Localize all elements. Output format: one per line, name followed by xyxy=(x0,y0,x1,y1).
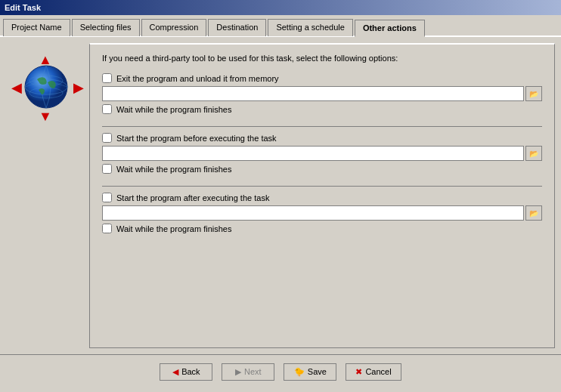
divider-1 xyxy=(102,126,542,127)
checkbox-wait-1[interactable] xyxy=(102,104,112,114)
title-bar: Edit Task xyxy=(0,0,561,15)
tab-destination[interactable]: Destination xyxy=(208,19,266,36)
section-3: Start the program after executing the ta… xyxy=(102,193,542,233)
arrow-left-icon: ◀ xyxy=(11,79,22,96)
checkbox-row-wait-1: Wait while the program finishes xyxy=(102,104,542,114)
svg-point-0 xyxy=(25,66,67,108)
tabs-row: Project Name Selecting files Compression… xyxy=(0,15,561,37)
cancel-icon: ✖ xyxy=(355,367,362,377)
checkbox-start-after[interactable] xyxy=(102,193,112,202)
next-label: Next xyxy=(244,367,262,376)
section-2: Start the program before executing the t… xyxy=(102,133,542,174)
checkbox-start-before[interactable] xyxy=(102,133,112,143)
title-bar-text: Edit Task xyxy=(5,3,41,12)
checkbox-row-wait-2: Wait while the program finishes xyxy=(102,164,542,174)
checkbox-row-1: Exit the program and unload it from memo… xyxy=(102,73,542,83)
input-start-after[interactable] xyxy=(102,205,524,221)
folder-icon-3: 📂 xyxy=(529,209,538,218)
back-button[interactable]: ◀ Back xyxy=(160,363,212,381)
left-panel: ▲ ◀ xyxy=(6,43,89,348)
label-exit-program: Exit the program and unload it from memo… xyxy=(116,74,279,83)
label-start-before: Start the program before executing the t… xyxy=(116,134,277,143)
save-icon: 🐤 xyxy=(294,367,305,377)
cancel-button[interactable]: ✖ Cancel xyxy=(346,363,401,381)
back-arrow-icon: ◀ xyxy=(172,367,178,377)
main-content: ▲ ◀ xyxy=(0,37,561,354)
tab-project-name[interactable]: Project Name xyxy=(3,19,70,36)
checkbox-row-2: Start the program before executing the t… xyxy=(102,133,542,143)
globe-container: ▲ ◀ xyxy=(17,58,78,119)
section-description: If you need a third-party tool to be use… xyxy=(102,54,542,63)
right-panel: If you need a third-party tool to be use… xyxy=(89,43,555,348)
input-row-3: 📂 xyxy=(102,205,542,221)
label-wait-3: Wait while the program finishes xyxy=(116,224,231,233)
tab-other-actions[interactable]: Other actions xyxy=(355,20,425,37)
arrow-down-icon: ▼ xyxy=(39,109,52,125)
checkbox-wait-3[interactable] xyxy=(102,224,112,233)
checkbox-exit-program[interactable] xyxy=(102,73,112,83)
globe-icon xyxy=(23,64,69,110)
checkbox-row-wait-3: Wait while the program finishes xyxy=(102,224,542,233)
input-exit-program[interactable] xyxy=(102,86,524,101)
next-button[interactable]: ▶ Next xyxy=(222,363,274,381)
divider-2 xyxy=(102,186,542,187)
input-start-before[interactable] xyxy=(102,146,524,161)
tab-setting-schedule[interactable]: Setting a schedule xyxy=(268,19,353,36)
section-1: Exit the program and unload it from memo… xyxy=(102,73,542,114)
checkbox-wait-2[interactable] xyxy=(102,164,112,174)
save-button[interactable]: 🐤 Save xyxy=(284,363,336,381)
label-wait-1: Wait while the program finishes xyxy=(116,105,231,114)
next-arrow-icon: ▶ xyxy=(235,367,241,377)
browse-button-3[interactable]: 📂 xyxy=(525,205,542,221)
folder-icon-2: 📂 xyxy=(529,150,538,158)
input-row-2: 📂 xyxy=(102,146,542,161)
arrow-right-icon: ▶ xyxy=(73,79,84,96)
bottom-bar: ◀ Back ▶ Next 🐤 Save ✖ Cancel xyxy=(0,354,561,388)
input-row-1: 📂 xyxy=(102,86,542,101)
label-start-after: Start the program after executing the ta… xyxy=(116,193,269,202)
tab-compression[interactable]: Compression xyxy=(141,19,207,36)
back-label: Back xyxy=(181,367,200,376)
cancel-label: Cancel xyxy=(365,367,391,376)
save-label: Save xyxy=(308,367,327,376)
label-wait-2: Wait while the program finishes xyxy=(116,165,231,174)
tab-selecting-files[interactable]: Selecting files xyxy=(72,19,140,36)
browse-button-1[interactable]: 📂 xyxy=(525,86,542,101)
folder-icon-1: 📂 xyxy=(529,90,538,98)
browse-button-2[interactable]: 📂 xyxy=(525,146,542,161)
checkbox-row-3: Start the program after executing the ta… xyxy=(102,193,542,202)
